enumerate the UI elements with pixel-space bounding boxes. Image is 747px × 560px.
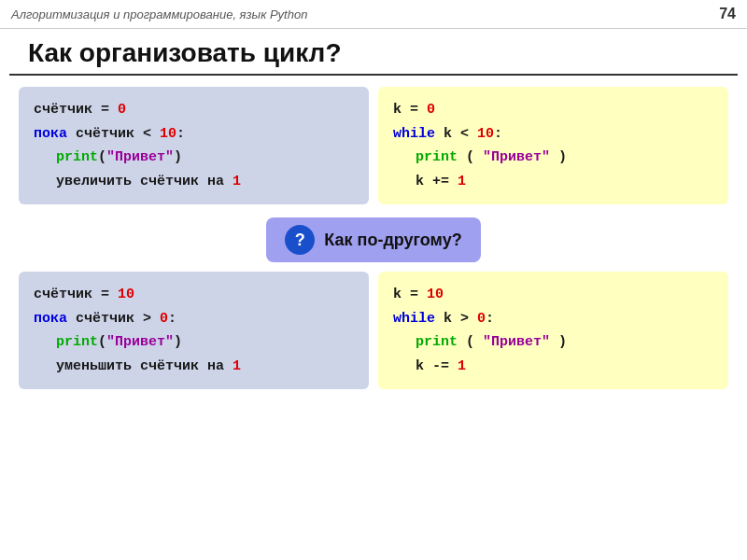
py-line-2-3: print ( "Привет" ) [416, 330, 713, 355]
code-line-1-3: print("Привет") [56, 146, 354, 170]
header-page: 74 [719, 6, 736, 22]
code-row-1: счётчик = 0 пока счётчик < 10: print("Пр… [19, 87, 728, 204]
py-line-1-1: k = 0 [393, 98, 713, 122]
code-line-1-1: счётчик = 0 [34, 98, 354, 122]
python-block-1: k = 0 while k < 10: print ( "Привет" ) k… [378, 87, 728, 204]
content-area: счётчик = 0 пока счётчик < 10: print("Пр… [0, 76, 747, 400]
hint-text: Как по-другому? [324, 231, 461, 250]
py-line-2-4: k -= 1 [416, 355, 713, 379]
hint-bubble: ? Как по-другому? [266, 217, 480, 262]
code-line-2-2: пока счётчик > 0: [34, 307, 354, 331]
header: Алгоритмизация и программирование, язык … [0, 0, 747, 29]
py-line-2-2: while k > 0: [393, 307, 713, 331]
code-row-2: счётчик = 10 пока счётчик > 0: print("Пр… [19, 272, 728, 389]
code-line-2-1: счётчик = 10 [34, 283, 354, 307]
code-line-1-2: пока счётчик < 10: [34, 122, 354, 147]
py-line-2-1: k = 10 [393, 283, 713, 307]
py-line-1-3: print ( "Привет" ) [416, 146, 713, 170]
val-0: 0 [118, 102, 126, 118]
code-line-2-3: print("Привет") [56, 330, 354, 355]
hint-row: ? Как по-другому? [19, 204, 728, 272]
pseudocode-block-1: счётчик = 0 пока счётчик < 10: print("Пр… [19, 87, 369, 204]
python-block-2: k = 10 while k > 0: print ( "Привет" ) k… [378, 272, 728, 389]
question-icon: ? [285, 225, 315, 255]
page-title: Как организовать цикл? [9, 29, 738, 76]
var-label: счётчик [34, 102, 92, 118]
code-line-1-4: увеличить счётчик на 1 [56, 170, 354, 194]
header-title: Алгоритмизация и программирование, язык … [11, 7, 307, 21]
py-line-1-4: k += 1 [416, 170, 713, 194]
pseudocode-block-2: счётчик = 10 пока счётчик > 0: print("Пр… [19, 272, 369, 389]
code-line-2-4: уменьшить счётчик на 1 [56, 355, 354, 379]
py-line-1-2: while k < 10: [393, 122, 713, 147]
